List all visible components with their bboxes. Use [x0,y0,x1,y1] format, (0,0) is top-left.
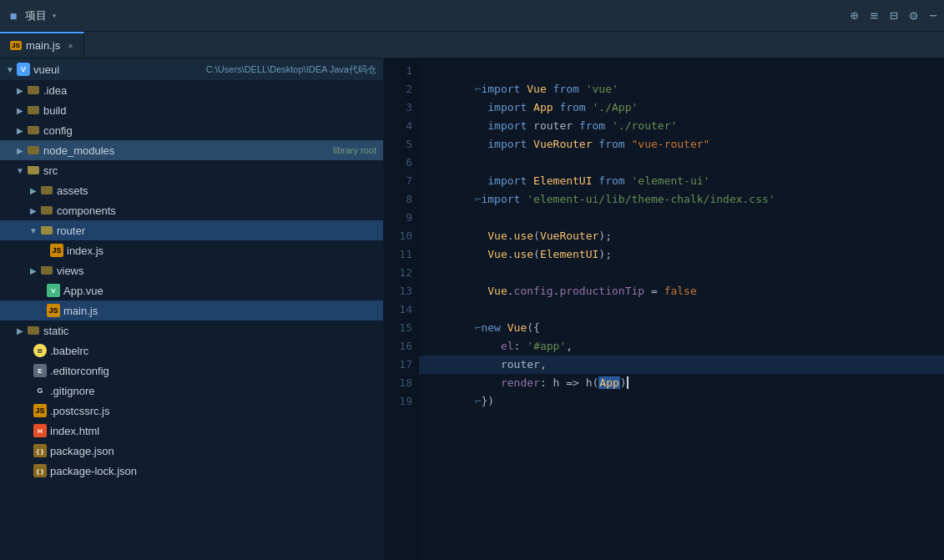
tree-item-idea[interactable]: ▶ .idea [0,80,383,100]
tree-item-postcssrc[interactable]: JS .postcssrc.js [0,401,383,421]
src-folder-icon [27,165,40,175]
title-bar-actions: ⊕ ≡ ⊟ ⚙ − [851,8,937,23]
code-content[interactable]: ⌐import Vue from 'vue' import App from '… [419,58,944,560]
tree-item-src[interactable]: ▼ src [0,160,383,180]
title-bar-left: ■ 项目 ▾ [7,8,57,23]
tree-item-assets[interactable]: ▶ assets [0,180,383,200]
package-json-label: package.json [50,445,376,457]
tree-item-config[interactable]: ▶ config [0,120,383,140]
build-arrow: ▶ [13,106,27,115]
tree-item-main-js[interactable]: JS main.js [0,300,383,320]
project-path: C:\Users\DELL\Desktop\IDEA Java代码仓 [206,63,376,76]
views-arrow: ▶ [27,266,40,275]
tree-item-views[interactable]: ▶ views [0,260,383,280]
tab-bar: JS main.js × [0,32,944,58]
tab-close-icon[interactable]: × [68,41,73,51]
router-arrow: ▼ [27,226,40,235]
babelrc-label: .babelrc [50,345,376,357]
tree-item-static[interactable]: ▶ static [0,320,383,341]
code-line-14: ⌐new Vue({ [419,300,944,319]
title-bar: ■ 项目 ▾ ⊕ ≡ ⊟ ⚙ − [0,0,944,32]
tree-item-index-html[interactable]: H index.html [0,421,383,441]
assets-arrow: ▶ [27,186,40,195]
code-line-1: ⌐import Vue from 'vue' [419,62,944,80]
views-label: views [57,265,376,277]
idea-folder-icon [27,85,40,95]
package-lock-json-label: package-lock.json [50,465,376,477]
gitignore-icon: G [33,384,47,397]
config-label: config [43,124,376,137]
app-vue-label: App.vue [63,285,376,297]
tree-item-package-lock-json[interactable]: { } package-lock.json [0,461,383,481]
postcssrc-label: .postcssrc.js [50,405,376,417]
components-arrow: ▶ [27,206,40,215]
views-folder-icon [40,265,53,275]
main-js-icon: JS [47,304,60,317]
tree-item-babelrc[interactable]: B .babelrc [0,341,383,361]
postcssrc-icon: JS [33,404,47,417]
minimize-icon[interactable]: − [929,8,937,23]
project-icon-square: V [17,63,30,76]
project-root[interactable]: ▼ V vueui C:\Users\DELL\Desktop\IDEA Jav… [0,58,383,80]
cursor [627,376,628,389]
tab-main-js[interactable]: JS main.js × [0,32,84,58]
babelrc-icon: B [33,344,47,357]
add-icon[interactable]: ⊕ [851,8,859,23]
sidebar: ▼ V vueui C:\Users\DELL\Desktop\IDEA Jav… [0,58,384,560]
code-line-6: import ElementUI from 'element-ui' [419,154,944,172]
tree-item-router[interactable]: ▼ router [0,220,383,240]
package-lock-json-icon: { } [33,464,47,477]
code-line-9: Vue.use(VueRouter); [419,209,944,227]
src-label: src [43,164,376,177]
config-arrow: ▶ [13,126,27,135]
tree-item-build[interactable]: ▶ build [0,100,383,120]
config-folder-icon [27,125,40,135]
settings-icon[interactable]: ⚙ [910,8,918,23]
editor-area: 1 2 3 4 5 6 7 8 9 10 11 12 13 14 15 16 1… [384,58,944,560]
project-icon: ■ [7,9,20,23]
node-modules-badge: library root [333,145,376,155]
router-folder-icon [40,225,53,235]
filter-icon[interactable]: ⊟ [890,8,898,23]
editorconfig-icon: E [33,364,47,377]
tree-item-package-json[interactable]: { } package.json [0,441,383,461]
assets-folder-icon [40,185,53,195]
code-line-12: Vue.config.productionTip = false [419,264,944,282]
app-vue-icon: V [47,284,60,297]
tree-item-gitignore[interactable]: G .gitignore [0,381,383,401]
node-modules-label: node_modules [43,144,328,157]
code-line-19 [419,392,944,411]
static-label: static [43,325,376,337]
tree-item-editorconfig[interactable]: E .editorconfig [0,361,383,381]
main-js-label: main.js [63,305,376,317]
tree-item-app-vue[interactable]: V App.vue [0,280,383,300]
src-arrow: ▼ [13,166,27,175]
node-modules-folder-icon [27,145,40,155]
project-dropdown-arrow[interactable]: ▾ [52,11,57,20]
main-layout: ▼ V vueui C:\Users\DELL\Desktop\IDEA Jav… [0,58,944,560]
tree-item-router-index[interactable]: JS index.js [0,240,383,260]
tree-item-node-modules[interactable]: ▶ node_modules library root [0,140,383,160]
tab-label: main.js [26,39,60,52]
idea-arrow: ▶ [13,86,27,95]
index-html-label: index.html [50,425,376,437]
root-arrow: ▼ [3,65,17,74]
package-json-icon: { } [33,444,47,457]
editorconfig-label: .editorconfig [50,365,376,377]
router-label: router [57,225,376,237]
list-icon[interactable]: ≡ [870,8,878,23]
tab-js-icon: JS [10,41,22,50]
project-label: 项目 [25,8,47,23]
node-modules-arrow: ▶ [13,146,27,155]
gitignore-label: .gitignore [50,385,376,397]
components-folder-icon [40,205,53,215]
project-name: vueui [33,63,203,76]
router-index-label: index.js [67,245,376,257]
components-label: components [57,204,376,217]
tree-item-components[interactable]: ▶ components [0,200,383,220]
static-arrow: ▶ [13,326,27,335]
line-numbers: 1 2 3 4 5 6 7 8 9 10 11 12 13 14 15 16 1… [384,58,419,560]
assets-label: assets [57,184,376,197]
static-folder-icon [27,325,40,335]
idea-label: .idea [43,84,376,97]
